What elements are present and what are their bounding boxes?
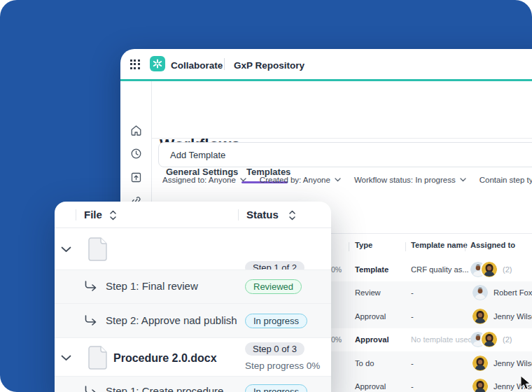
column-separator	[76, 209, 76, 220]
inbox-upload-icon[interactable]	[130, 172, 142, 183]
app-launcher-icon[interactable]	[130, 59, 140, 69]
template-cell: No template used	[411, 335, 472, 344]
screenshot-stage: Collaborate GxP Repository	[0, 0, 532, 392]
status-pill: Reviewed	[245, 279, 302, 294]
collaborate-logo-icon[interactable]	[150, 56, 165, 71]
step-name: Step 1: Final review	[106, 280, 198, 292]
assignee-cell: (2)	[470, 262, 512, 277]
progress-fragment: 0%	[331, 335, 342, 344]
file-row[interactable]: Procedure 2.0.docx Step 0 of 3 Step prog…	[55, 337, 331, 376]
substep-arrow-icon	[84, 281, 97, 291]
step-name: Step 2: Approve nad publish	[106, 314, 237, 326]
product-name[interactable]: GxP Repository	[234, 60, 304, 71]
type-cell: Approval	[355, 312, 386, 321]
avatar-man	[472, 285, 488, 300]
column-separator	[465, 242, 465, 251]
document-icon	[88, 346, 107, 370]
assignee-cell: Jenny Wilson	[472, 309, 532, 324]
status-pill: In progress	[245, 384, 307, 392]
avatar-woman	[482, 332, 497, 347]
substep-arrow-icon	[84, 315, 97, 326]
assignee-cell: Robert Fox (You)	[472, 285, 532, 300]
assignee-cell: (2)	[470, 332, 512, 347]
mouse-cursor	[520, 375, 532, 392]
add-template-label: Add Template	[170, 150, 225, 160]
chevron-down-icon	[240, 178, 246, 182]
step-badge: Step 0 of 3	[245, 342, 304, 356]
column-separator	[405, 242, 406, 251]
chevron-down-icon[interactable]	[61, 246, 71, 253]
column-header-template-name[interactable]: Template name	[411, 241, 468, 249]
document-icon	[88, 237, 107, 261]
type-cell: Approval	[355, 382, 386, 391]
card-column-status[interactable]: Status	[246, 209, 279, 220]
chevron-down-icon[interactable]	[61, 355, 71, 361]
column-header-type[interactable]: Type	[355, 241, 372, 249]
assignee-name: Jenny Wilson	[493, 312, 532, 321]
add-template-input[interactable]: Add Template	[158, 142, 532, 167]
step-progress: Step progress 0%	[245, 360, 320, 371]
file-status-card: File Status Quality.doc Step 1 of 2	[55, 202, 331, 392]
filter-workflow-status[interactable]: Workflow status: In progress	[354, 176, 466, 184]
avatar-woman	[472, 356, 488, 371]
template-cell: -	[411, 359, 414, 368]
filter-assigned-to[interactable]: Assigned to: Anyone	[162, 176, 246, 184]
chevron-down-icon	[335, 178, 341, 182]
substep-arrow-icon	[84, 386, 97, 392]
template-cell: -	[411, 312, 414, 321]
avatar-woman	[482, 262, 497, 277]
avatar-woman	[472, 379, 488, 392]
file-name: Procedure 2.0.docx	[113, 352, 217, 365]
app-header: Collaborate GxP Repository	[120, 49, 532, 79]
assignee-count: (2)	[503, 265, 512, 274]
assignee-count: (2)	[503, 335, 512, 344]
template-cell: -	[411, 288, 414, 297]
card-header: File Status	[55, 202, 331, 228]
type-cell: To do	[355, 359, 374, 368]
column-separator	[349, 242, 349, 251]
filter-contain-step-type[interactable]: Contain step type: Any	[479, 176, 532, 184]
assignee-cell: Jenny Wilson	[472, 356, 532, 371]
step-row[interactable]: Step 2: Approve nad publish In progress	[55, 303, 331, 337]
template-cell: -	[411, 382, 414, 391]
progress-fragment: 0%	[331, 265, 342, 274]
step-row[interactable]: Step 1: Final review Reviewed	[55, 270, 331, 303]
column-header-assigned-to[interactable]: Assigned to	[470, 241, 515, 249]
column-separator	[238, 209, 239, 220]
filter-bar: Assigned to: Anyone Created by: Anyone W…	[162, 174, 532, 186]
assignee-name: Jenny Wilson	[493, 359, 532, 368]
filter-created-by[interactable]: Created by: Anyone	[260, 176, 341, 184]
assignee-name: Robert Fox (You)	[493, 288, 532, 297]
app-name: Collaborate	[171, 60, 223, 71]
card-column-file[interactable]: File	[84, 209, 102, 220]
status-pill: In progress	[245, 314, 307, 328]
chevron-down-icon	[460, 178, 466, 182]
history-clock-icon[interactable]	[130, 148, 142, 160]
file-row[interactable]: Quality.doc Step 1 of 2 Step progress 50…	[55, 228, 331, 270]
step-row[interactable]: Step 1: Create procedure In progress	[55, 376, 331, 392]
header-divider	[224, 58, 225, 70]
avatar-woman	[472, 309, 488, 324]
sort-icon[interactable]	[109, 209, 117, 221]
type-cell: Review	[355, 288, 381, 297]
sort-icon[interactable]	[288, 209, 296, 221]
type-cell: Approval	[355, 335, 389, 344]
accent-line	[120, 79, 532, 81]
type-cell: Template	[355, 265, 388, 274]
template-cell: CRF quality as...	[411, 265, 469, 274]
step-name: Step 1: Create procedure	[106, 385, 223, 392]
content-divider	[152, 138, 532, 139]
home-icon[interactable]	[130, 125, 142, 136]
